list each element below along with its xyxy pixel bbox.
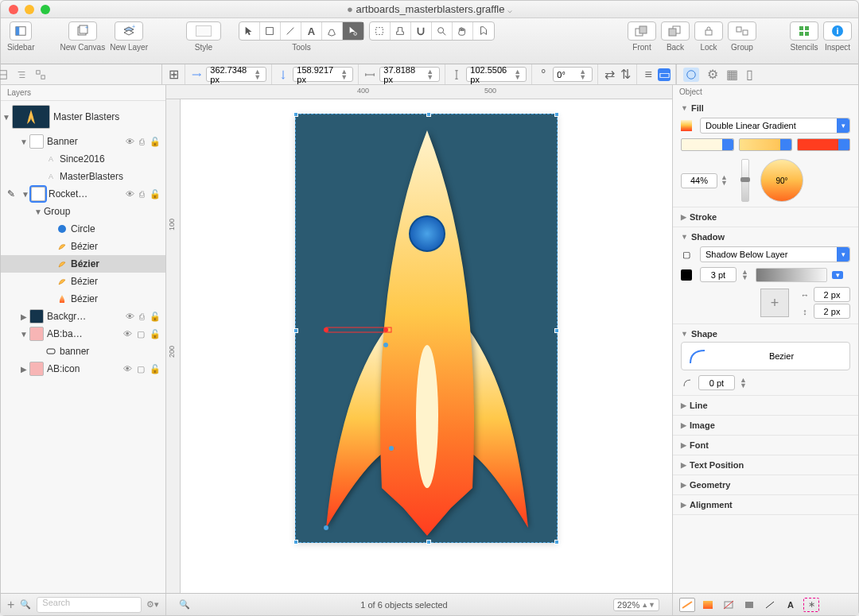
flip-v-button[interactable]: ⇅: [619, 68, 632, 81]
inspect-button[interactable]: i: [823, 21, 852, 41]
minimize-window-button[interactable]: [25, 5, 34, 14]
layer-row[interactable]: ▼AB:ba…👁▢🔓: [1, 325, 165, 343]
properties-inspector-tab[interactable]: ⚙: [707, 67, 718, 82]
guides-tab[interactable]: [0, 68, 8, 82]
canvas-inspector-tab[interactable]: ▦: [726, 67, 738, 82]
textpos-disclosure[interactable]: ▶Text Position: [681, 460, 850, 470]
status-search-icon[interactable]: 🔍: [179, 599, 190, 610]
sidebar-toggle-button[interactable]: [10, 22, 31, 40]
list-item[interactable]: Bézier: [1, 238, 165, 255]
fit-button[interactable]: ▭: [658, 68, 670, 81]
hand-tool[interactable]: [453, 22, 473, 40]
lock-button[interactable]: [694, 21, 723, 41]
horizontal-ruler[interactable]: 400500: [166, 85, 672, 99]
layer-row[interactable]: ▶AB:icon👁▢🔓: [1, 360, 165, 378]
group-button[interactable]: [728, 21, 756, 41]
blend-input[interactable]: 44%: [681, 173, 717, 188]
search-input[interactable]: Search: [37, 597, 142, 613]
list-item[interactable]: Bézier: [1, 273, 165, 290]
print-icon[interactable]: ⎙: [139, 137, 145, 147]
new-layer-button[interactable]: +: [115, 21, 143, 41]
document-inspector-tab[interactable]: ▯: [746, 67, 753, 82]
style-fill-button[interactable]: [700, 598, 716, 612]
fill-disclosure[interactable]: ▼Fill: [681, 103, 850, 113]
list-item[interactable]: Circle: [1, 220, 165, 238]
canvas-row[interactable]: ▼ Master Blasters: [1, 101, 165, 133]
lock-icon[interactable]: 🔓: [150, 137, 161, 147]
gradient-stop-3[interactable]: [797, 138, 850, 151]
outline-tab[interactable]: [16, 68, 27, 82]
style-well[interactable]: [186, 21, 221, 41]
geometry-disclosure[interactable]: ▶Geometry: [681, 480, 850, 490]
add-button[interactable]: +: [7, 598, 14, 612]
line-tool[interactable]: [281, 22, 301, 40]
alignment-disclosure[interactable]: ▶Alignment: [681, 500, 850, 509]
shadow-offset-pad[interactable]: +: [760, 289, 789, 317]
height-input[interactable]: 102.5506 px▲▼: [466, 67, 527, 82]
fill-swatch-icon[interactable]: [681, 120, 692, 131]
style-shape-button[interactable]: [741, 598, 757, 612]
corner-radius-input[interactable]: 0 pt: [698, 375, 735, 390]
zoom-tool[interactable]: [432, 22, 453, 40]
canvas-viewport[interactable]: [181, 99, 672, 593]
pen-tool[interactable]: [322, 22, 343, 40]
layer-row[interactable]: ✎▼Rocket…👁⎙🔓: [1, 185, 165, 203]
shadow-disclosure[interactable]: ▼Shadow: [681, 232, 850, 242]
width-input[interactable]: 37.8188 px▲▼: [379, 67, 440, 82]
line-disclosure[interactable]: ▶Line: [681, 401, 850, 410]
stencils-button[interactable]: [790, 21, 818, 41]
style-all-button[interactable]: ∗: [803, 598, 819, 612]
actions-menu-button[interactable]: ⚙▾: [146, 599, 159, 610]
object-inspector-tab[interactable]: [683, 68, 699, 82]
layer-row[interactable]: ▼Banner👁⎙🔓: [1, 133, 165, 150]
font-disclosure[interactable]: ▶Font: [681, 440, 850, 450]
bring-front-button[interactable]: [628, 21, 656, 41]
shadow-dy-input[interactable]: 2 px: [814, 304, 850, 319]
zoom-control[interactable]: 292%▲▼: [613, 599, 659, 611]
layer-row[interactable]: ▶Backgr…👁⎙🔓: [1, 308, 165, 325]
action-browse-tool[interactable]: [473, 22, 494, 40]
text-tool[interactable]: A: [301, 22, 322, 40]
stamp-tool[interactable]: [391, 22, 411, 40]
gradient-stop-2[interactable]: [739, 138, 792, 151]
align-button[interactable]: ≡: [642, 68, 655, 81]
shadow-preview[interactable]: [756, 268, 827, 282]
shape-disclosure[interactable]: ▼Shape: [681, 329, 850, 339]
artboard[interactable]: [295, 114, 558, 543]
shadow-color-swatch[interactable]: [681, 269, 692, 281]
style-text-button[interactable]: A: [783, 598, 799, 612]
vertical-ruler[interactable]: 100200: [166, 99, 181, 593]
magnet-tool[interactable]: [411, 22, 432, 40]
artboard-tool[interactable]: [370, 22, 391, 40]
send-back-button[interactable]: [661, 21, 690, 41]
fill-type-popup[interactable]: Double Linear Gradient▾: [700, 118, 850, 134]
style-line-button[interactable]: [762, 598, 778, 612]
shadow-type-popup[interactable]: Shadow Below Layer▾: [700, 246, 850, 262]
blend-slider[interactable]: [741, 159, 749, 202]
list-item[interactable]: banner: [1, 343, 165, 360]
shadow-blur-input[interactable]: 3 pt: [700, 267, 737, 282]
new-canvas-button[interactable]: +: [68, 21, 97, 41]
rotation-input[interactable]: 0°▲▼: [553, 67, 593, 82]
gradient-angle-control[interactable]: 90°: [760, 159, 803, 202]
title-dropdown-icon[interactable]: ⌵: [507, 6, 512, 14]
style-noshadow-button[interactable]: [721, 598, 737, 612]
group-row[interactable]: ▼Group: [1, 203, 165, 220]
stroke-disclosure[interactable]: ▶Stroke: [681, 212, 850, 222]
shape-tool[interactable]: [260, 22, 281, 40]
point-edit-tool[interactable]: [343, 22, 363, 40]
list-item[interactable]: ASince2016: [1, 150, 165, 168]
y-position-input[interactable]: 158.9217 px▲▼: [293, 67, 353, 82]
shape-type-button[interactable]: Bezier: [681, 342, 850, 370]
selection-tool[interactable]: [239, 22, 260, 40]
style-stroke-button[interactable]: [679, 598, 695, 612]
list-item[interactable]: AMasterBlasters: [1, 168, 165, 185]
ruler-origin-icon[interactable]: ⊞: [167, 68, 180, 81]
list-item[interactable]: Bézier: [1, 290, 165, 308]
zoom-window-button[interactable]: [41, 5, 50, 14]
close-window-button[interactable]: [9, 5, 18, 14]
visibility-icon[interactable]: 👁: [126, 137, 134, 147]
selection-tab[interactable]: [35, 68, 46, 82]
x-position-input[interactable]: 362.7348 px▲▼: [206, 67, 266, 82]
image-disclosure[interactable]: ▶Image: [681, 420, 850, 430]
